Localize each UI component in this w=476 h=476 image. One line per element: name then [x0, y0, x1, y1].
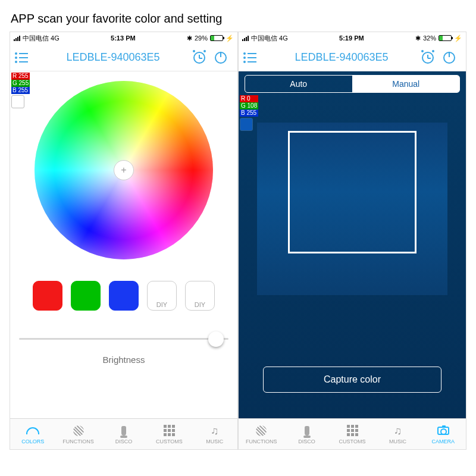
battery-icon — [439, 35, 452, 41]
tab-label: MUSIC — [389, 439, 406, 444]
charging-icon: ⚡ — [226, 35, 234, 42]
rgb-b: B 255 — [240, 109, 258, 117]
preset-blue[interactable] — [109, 281, 139, 311]
tab-music[interactable]: ♫ MUSIC — [192, 419, 237, 449]
rgb-r: R 0 — [240, 95, 258, 102]
status-bar: 中国电信 4G 5:13 PM ✱ 29% ⚡ — [10, 32, 237, 44]
menu-button[interactable] — [15, 52, 33, 63]
status-time: 5:13 PM — [111, 35, 136, 42]
color-swatch — [11, 95, 24, 108]
mode-manual[interactable]: Manual — [352, 76, 459, 92]
carrier-label: 中国电信 4G — [251, 34, 288, 43]
color-wheel[interactable]: + — [35, 81, 213, 259]
power-button[interactable] — [443, 52, 461, 64]
charging-icon: ⚡ — [454, 35, 462, 42]
brightness-slider[interactable] — [19, 332, 228, 345]
tab-label: DISCO — [298, 439, 315, 444]
preset-red[interactable] — [33, 281, 62, 311]
customs-icon — [347, 425, 358, 436]
rgb-b: B 255 — [11, 87, 30, 94]
mode-segmented-control: Auto Manual — [245, 75, 461, 93]
status-time: 5:19 PM — [339, 35, 364, 42]
tab-label: CAMERA — [432, 439, 455, 444]
functions-icon — [73, 425, 84, 436]
tab-label: FUNCTIONS — [246, 439, 277, 444]
rgb-g: G 108 — [240, 102, 258, 109]
timer-button[interactable] — [422, 52, 440, 64]
power-icon — [215, 52, 227, 64]
nav-bar: LEDBLE-940063E5 — [239, 44, 466, 71]
music-icon: ♫ — [394, 425, 402, 436]
wheel-center-button[interactable]: + — [114, 160, 134, 180]
signal-icon — [242, 36, 249, 41]
preset-green[interactable] — [71, 281, 101, 311]
tab-label: CUSTOMS — [156, 439, 183, 444]
preset-row: DIY DIY — [33, 281, 215, 311]
tab-colors[interactable]: COLORS — [10, 419, 55, 449]
menu-icon — [15, 52, 28, 63]
power-button[interactable] — [215, 52, 233, 64]
customs-icon — [164, 425, 175, 436]
power-icon — [443, 52, 455, 64]
status-bar: 中国电信 4G 5:19 PM ✱ 32% ⚡ — [239, 32, 466, 44]
disco-icon — [121, 426, 126, 436]
rgb-r: R 255 — [11, 73, 30, 80]
screen-colors: 中国电信 4G 5:13 PM ✱ 29% ⚡ LEDBLE-940063E5 — [10, 32, 238, 450]
camera-preview[interactable] — [257, 123, 447, 295]
tab-music[interactable]: ♫ MUSIC — [375, 419, 420, 449]
tab-functions[interactable]: FUNCTIONS — [239, 419, 284, 449]
tab-customs[interactable]: CUSTOMS — [146, 419, 192, 449]
camera-icon — [437, 427, 449, 435]
rgb-g: G 255 — [11, 80, 30, 87]
tab-functions[interactable]: FUNCTIONS — [55, 419, 101, 449]
page-caption: APP scan your favorite color and setting — [0, 0, 476, 32]
tab-camera[interactable]: CAMERA — [421, 419, 466, 449]
disco-icon — [305, 426, 309, 436]
tab-disco[interactable]: DISCO — [101, 419, 146, 449]
capture-frame[interactable] — [288, 131, 416, 253]
timer-button[interactable] — [193, 52, 211, 64]
battery-pct: 29% — [195, 35, 208, 42]
signal-icon — [14, 36, 20, 41]
screen-camera: 中国电信 4G 5:19 PM ✱ 32% ⚡ LEDBLE-940063E5 — [238, 32, 466, 450]
preset-diy-2[interactable]: DIY — [185, 281, 215, 311]
device-title: LEDBLE-940063E5 — [33, 51, 193, 64]
tab-label: FUNCTIONS — [62, 439, 94, 444]
tab-label: MUSIC — [206, 439, 223, 444]
battery-icon — [210, 35, 223, 41]
mode-auto[interactable]: Auto — [245, 76, 352, 92]
preset-diy-1[interactable]: DIY — [147, 281, 177, 311]
slider-thumb[interactable] — [208, 331, 224, 347]
tab-label: CUSTOMS — [339, 439, 366, 444]
tab-label: DISCO — [115, 439, 133, 444]
functions-icon — [256, 425, 267, 436]
menu-icon — [243, 52, 256, 63]
battery-pct: 32% — [423, 35, 436, 42]
tab-customs[interactable]: CUSTOMS — [330, 419, 375, 449]
color-swatch — [240, 118, 253, 131]
tab-label: COLORS — [21, 439, 44, 444]
rgb-readout: R 255 G 255 B 255 — [11, 73, 30, 108]
bluetooth-icon: ✱ — [187, 35, 192, 42]
music-icon: ♫ — [211, 425, 219, 436]
bluetooth-icon: ✱ — [415, 35, 421, 42]
nav-bar: LEDBLE-940063E5 — [10, 44, 237, 71]
tab-bar: COLORS FUNCTIONS DISCO CUSTOMS ♫ MUSIC — [10, 418, 237, 449]
carrier-label: 中国电信 4G — [23, 34, 60, 43]
clock-icon — [193, 52, 205, 64]
clock-icon — [422, 52, 434, 64]
colors-icon — [26, 427, 39, 434]
tab-disco[interactable]: DISCO — [284, 419, 329, 449]
tab-bar: FUNCTIONS DISCO CUSTOMS ♫ MUSIC CAMERA — [239, 418, 466, 449]
device-title: LEDBLE-940063E5 — [261, 51, 422, 64]
brightness-label: Brightness — [103, 355, 145, 365]
capture-color-button[interactable]: Capture color — [263, 367, 441, 393]
rgb-readout: R 0 G 108 B 255 — [240, 95, 258, 131]
menu-button[interactable] — [243, 52, 261, 63]
